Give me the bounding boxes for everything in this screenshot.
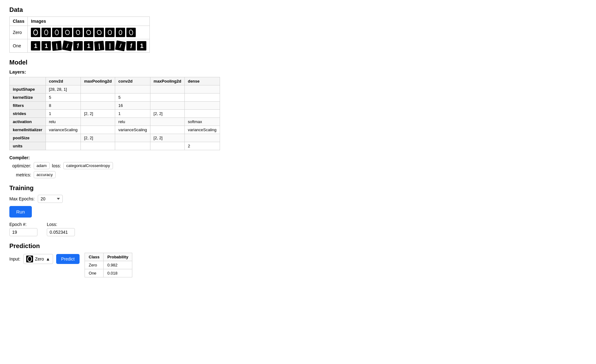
metrics-label: metrics: — [9, 172, 31, 177]
svg-point-4 — [76, 30, 80, 35]
model-title: Model — [9, 59, 587, 66]
prediction-controls: Input: Zero ▲ Predict — [9, 254, 80, 264]
layer-param-name: activation — [10, 118, 46, 126]
layer-cell — [115, 134, 150, 142]
layer-param-name: units — [10, 142, 46, 150]
layer-param-name: kernelInitializer — [10, 126, 46, 134]
data-images-one: 1 1 | / 1 | | / — [28, 39, 150, 53]
layer-cell — [115, 85, 150, 93]
layer-cell — [150, 85, 185, 93]
layer-cell: varianceScaling — [46, 126, 81, 134]
zero-digit-3 — [52, 28, 61, 37]
max-epochs-select[interactable]: 5 10 15 20 25 30 — [38, 195, 63, 203]
zero-digit-4 — [63, 28, 72, 37]
layer-cell: relu — [46, 118, 81, 126]
col-maxpool-2: maxPooling2d — [150, 77, 185, 85]
zero-digit-10 — [126, 28, 136, 37]
svg-point-3 — [65, 30, 70, 35]
prob-class: One — [85, 269, 104, 277]
layer-cell: 8 — [46, 102, 81, 110]
svg-point-0 — [34, 30, 38, 35]
compiler-label: Compiler: — [9, 155, 30, 160]
layer-cell — [184, 102, 220, 110]
prediction-content: Input: Zero ▲ Predict Class Probability — [9, 253, 587, 277]
one-digit-5 — [73, 41, 83, 50]
optimizer-label: optimizer: — [9, 163, 31, 168]
one-digit-4: / — [62, 41, 73, 51]
run-button[interactable]: Run — [9, 206, 32, 218]
layer-cell — [184, 93, 220, 102]
layer-cell — [46, 134, 81, 142]
training-section: Training Max Epochs: 5 10 15 20 25 30 Ru… — [9, 184, 587, 236]
one-digit-2: 1 — [42, 41, 51, 50]
layer-param-name: kernelSize — [10, 93, 46, 102]
input-label: Input: — [9, 256, 20, 261]
one-digit-6: 1 — [84, 41, 93, 50]
zero-digit-8 — [105, 28, 115, 37]
svg-point-6 — [96, 30, 102, 36]
prob-value: 0.982 — [103, 261, 132, 269]
loss-label: loss: — [52, 163, 61, 168]
loss-stat-label: Loss: — [47, 222, 75, 227]
loss-input[interactable] — [47, 228, 75, 236]
one-digit-7: | — [94, 41, 105, 51]
layers-row: inputShape[28, 28, 1] — [10, 85, 220, 93]
svg-point-9 — [129, 30, 134, 35]
zero-digit-9 — [116, 28, 125, 37]
model-section: Model Layers: conv2d maxPooling2d conv2d… — [9, 59, 587, 178]
layer-cell: 2 — [184, 142, 220, 150]
layer-cell — [81, 102, 115, 110]
col-param — [10, 77, 46, 85]
layers-row: filters816 — [10, 102, 220, 110]
prob-value: 0.018 — [103, 269, 132, 277]
layer-param-name: inputShape — [10, 85, 46, 93]
zero-digit-5 — [73, 28, 83, 37]
data-title: Data — [9, 6, 587, 13]
data-section: Data Class Images Zero — [9, 6, 587, 53]
probability-table: Class Probability Zero0.982One0.018 — [85, 253, 132, 277]
data-images-zero — [28, 26, 150, 39]
optimizer-value: adam — [34, 162, 50, 169]
data-table: Class Images Zero — [9, 17, 150, 53]
svg-point-5 — [86, 30, 91, 35]
max-epochs-label: Max Epochs: — [9, 196, 35, 201]
layer-cell — [81, 93, 115, 102]
layer-cell: 5 — [115, 93, 150, 102]
epoch-hash-input[interactable] — [9, 228, 37, 236]
layer-cell — [184, 134, 220, 142]
layer-cell: [2, 2] — [81, 134, 115, 142]
one-digit-10 — [126, 41, 136, 50]
loss-stat: Loss: — [47, 222, 75, 236]
zero-digit-1 — [31, 28, 40, 37]
prediction-title: Prediction — [9, 242, 587, 250]
one-digit-9: / — [115, 41, 126, 51]
layers-row: kernelInitializervarianceScalingvariance… — [10, 126, 220, 134]
layer-cell: [2, 2] — [150, 110, 185, 118]
prob-col-header: Probability — [103, 253, 132, 261]
svg-point-7 — [108, 30, 112, 35]
layer-cell: [2, 2] — [81, 110, 115, 118]
layer-cell — [81, 85, 115, 93]
layers-row: kernelSize55 — [10, 93, 220, 102]
svg-point-14 — [28, 256, 32, 262]
layers-label: Layers: — [9, 69, 587, 74]
data-class-one: One — [10, 39, 28, 53]
layer-cell: 16 — [115, 102, 150, 110]
layer-cell — [115, 142, 150, 150]
layers-table: conv2d maxPooling2d conv2d maxPooling2d … — [9, 77, 220, 150]
zero-digit-7 — [95, 28, 104, 37]
zero-digit-2 — [42, 28, 51, 37]
prob-row: Zero0.982 — [85, 261, 132, 269]
epoch-hash-label: Epoch #: — [9, 222, 37, 227]
layer-cell: softmax — [184, 118, 220, 126]
one-digit-11: 1 — [137, 41, 146, 50]
input-selector[interactable]: Zero ▲ — [23, 254, 53, 264]
data-row-one: One 1 1 | / 1 — [10, 39, 150, 53]
layer-cell: [2, 2] — [150, 134, 185, 142]
predict-button[interactable]: Predict — [56, 254, 80, 264]
layer-cell — [150, 93, 185, 102]
svg-point-1 — [45, 30, 48, 35]
layers-row: units2 — [10, 142, 220, 150]
layer-cell — [46, 142, 81, 150]
data-col-class: Class — [10, 17, 28, 26]
